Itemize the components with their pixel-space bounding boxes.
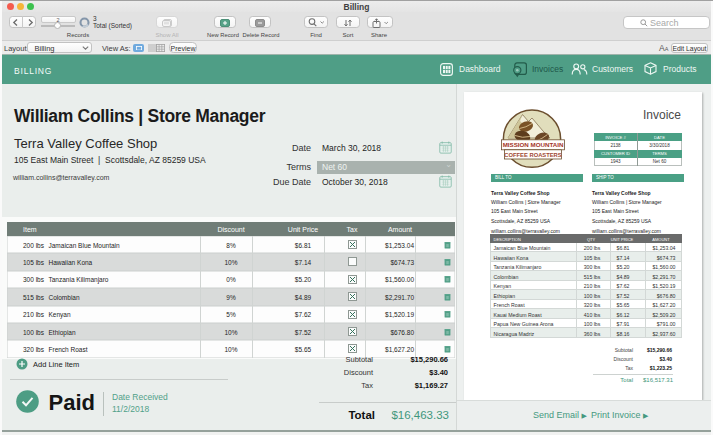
svg-text:MISSION MOUNTAIN: MISSION MOUNTAIN [503,141,564,148]
svg-text:COFFEE ROASTERS: COFFEE ROASTERS [504,152,561,158]
